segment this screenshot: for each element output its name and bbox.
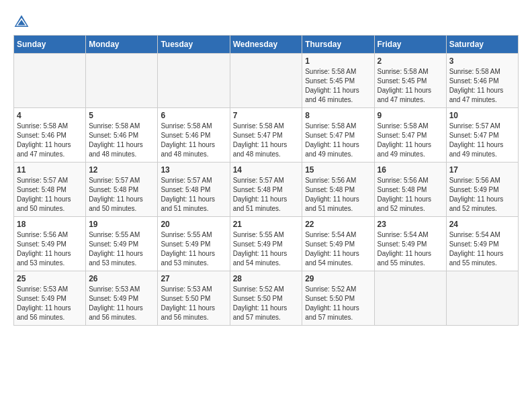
day-info: Sunrise: 5:52 AM Sunset: 5:50 PM Dayligh… [305, 285, 371, 322]
calendar-cell [230, 54, 302, 108]
day-info: Sunrise: 5:58 AM Sunset: 5:46 PM Dayligh… [89, 122, 154, 159]
calendar-cell [14, 54, 86, 108]
calendar-table: SundayMondayTuesdayWednesdayThursdayFrid… [13, 35, 519, 326]
calendar-cell [86, 54, 158, 108]
calendar-cell: 18Sunrise: 5:56 AM Sunset: 5:49 PM Dayli… [14, 217, 86, 271]
day-info: Sunrise: 5:56 AM Sunset: 5:49 PM Dayligh… [449, 176, 515, 214]
calendar-cell [158, 54, 230, 108]
day-number: 21 [233, 220, 300, 229]
calendar-cell: 2Sunrise: 5:58 AM Sunset: 5:45 PM Daylig… [374, 54, 446, 108]
day-info: Sunrise: 5:53 AM Sunset: 5:50 PM Dayligh… [161, 285, 226, 322]
day-number: 18 [17, 220, 83, 229]
page-header [13, 13, 519, 30]
weekday-header: Tuesday [158, 36, 230, 54]
calendar-cell: 19Sunrise: 5:55 AM Sunset: 5:49 PM Dayli… [86, 217, 158, 271]
calendar-cell: 13Sunrise: 5:57 AM Sunset: 5:48 PM Dayli… [158, 163, 230, 217]
day-info: Sunrise: 5:53 AM Sunset: 5:49 PM Dayligh… [17, 285, 83, 322]
day-number: 10 [449, 111, 515, 120]
day-info: Sunrise: 5:56 AM Sunset: 5:49 PM Dayligh… [17, 230, 83, 268]
logo-icon [13, 13, 30, 30]
calendar-cell: 7Sunrise: 5:58 AM Sunset: 5:47 PM Daylig… [230, 108, 302, 163]
calendar-cell: 14Sunrise: 5:57 AM Sunset: 5:48 PM Dayli… [230, 163, 302, 217]
day-number: 9 [378, 111, 443, 120]
calendar-cell: 8Sunrise: 5:58 AM Sunset: 5:47 PM Daylig… [302, 108, 374, 163]
day-number: 12 [89, 165, 154, 175]
weekday-header: Friday [374, 36, 446, 54]
calendar-cell: 15Sunrise: 5:56 AM Sunset: 5:48 PM Dayli… [302, 163, 374, 217]
day-info: Sunrise: 5:57 AM Sunset: 5:48 PM Dayligh… [89, 176, 154, 214]
day-info: Sunrise: 5:58 AM Sunset: 5:46 PM Dayligh… [449, 67, 515, 105]
day-info: Sunrise: 5:58 AM Sunset: 5:45 PM Dayligh… [378, 67, 443, 105]
day-info: Sunrise: 5:58 AM Sunset: 5:45 PM Dayligh… [305, 67, 371, 105]
calendar-week-row: 1Sunrise: 5:58 AM Sunset: 5:45 PM Daylig… [14, 54, 519, 108]
day-number: 6 [161, 111, 226, 120]
day-number: 14 [233, 165, 300, 175]
calendar-cell: 17Sunrise: 5:56 AM Sunset: 5:49 PM Dayli… [446, 163, 518, 217]
day-info: Sunrise: 5:54 AM Sunset: 5:49 PM Dayligh… [449, 230, 515, 268]
day-info: Sunrise: 5:54 AM Sunset: 5:49 PM Dayligh… [305, 230, 371, 268]
calendar-cell: 11Sunrise: 5:57 AM Sunset: 5:48 PM Dayli… [14, 163, 86, 217]
day-number: 17 [449, 165, 515, 175]
calendar-cell: 20Sunrise: 5:55 AM Sunset: 5:49 PM Dayli… [158, 217, 230, 271]
day-number: 1 [305, 56, 371, 66]
day-info: Sunrise: 5:55 AM Sunset: 5:49 PM Dayligh… [233, 230, 300, 268]
calendar-cell: 16Sunrise: 5:56 AM Sunset: 5:48 PM Dayli… [374, 163, 446, 217]
calendar-cell: 5Sunrise: 5:58 AM Sunset: 5:46 PM Daylig… [86, 108, 158, 163]
day-info: Sunrise: 5:57 AM Sunset: 5:48 PM Dayligh… [233, 176, 300, 214]
calendar-header-row: SundayMondayTuesdayWednesdayThursdayFrid… [14, 36, 519, 54]
day-info: Sunrise: 5:58 AM Sunset: 5:47 PM Dayligh… [378, 122, 443, 159]
calendar-cell: 28Sunrise: 5:52 AM Sunset: 5:50 PM Dayli… [230, 271, 302, 326]
day-number: 4 [17, 111, 83, 120]
day-info: Sunrise: 5:57 AM Sunset: 5:47 PM Dayligh… [449, 122, 515, 159]
calendar-cell: 27Sunrise: 5:53 AM Sunset: 5:50 PM Dayli… [158, 271, 230, 326]
calendar-cell: 23Sunrise: 5:54 AM Sunset: 5:49 PM Dayli… [374, 217, 446, 271]
calendar-cell [374, 271, 446, 326]
day-info: Sunrise: 5:54 AM Sunset: 5:49 PM Dayligh… [378, 230, 443, 268]
calendar-cell: 12Sunrise: 5:57 AM Sunset: 5:48 PM Dayli… [86, 163, 158, 217]
calendar-cell: 1Sunrise: 5:58 AM Sunset: 5:45 PM Daylig… [302, 54, 374, 108]
day-number: 3 [449, 56, 515, 66]
day-number: 26 [89, 274, 154, 283]
calendar-week-row: 25Sunrise: 5:53 AM Sunset: 5:49 PM Dayli… [14, 271, 519, 326]
day-number: 16 [378, 165, 443, 175]
day-number: 22 [305, 220, 371, 229]
calendar-cell: 26Sunrise: 5:53 AM Sunset: 5:49 PM Dayli… [86, 271, 158, 326]
calendar-cell: 22Sunrise: 5:54 AM Sunset: 5:49 PM Dayli… [302, 217, 374, 271]
day-info: Sunrise: 5:57 AM Sunset: 5:48 PM Dayligh… [161, 176, 226, 214]
calendar-cell: 10Sunrise: 5:57 AM Sunset: 5:47 PM Dayli… [446, 108, 518, 163]
day-info: Sunrise: 5:52 AM Sunset: 5:50 PM Dayligh… [233, 285, 300, 322]
day-number: 15 [305, 165, 371, 175]
calendar-cell: 6Sunrise: 5:58 AM Sunset: 5:46 PM Daylig… [158, 108, 230, 163]
calendar-cell: 3Sunrise: 5:58 AM Sunset: 5:46 PM Daylig… [446, 54, 518, 108]
day-number: 27 [161, 274, 226, 283]
logo [13, 13, 32, 30]
day-number: 11 [17, 165, 83, 175]
day-number: 5 [89, 111, 154, 120]
day-info: Sunrise: 5:58 AM Sunset: 5:46 PM Dayligh… [17, 122, 83, 159]
calendar-week-row: 11Sunrise: 5:57 AM Sunset: 5:48 PM Dayli… [14, 163, 519, 217]
calendar-cell: 24Sunrise: 5:54 AM Sunset: 5:49 PM Dayli… [446, 217, 518, 271]
day-number: 23 [378, 220, 443, 229]
weekday-header: Sunday [14, 36, 86, 54]
weekday-header: Saturday [446, 36, 518, 54]
day-number: 24 [449, 220, 515, 229]
day-number: 8 [305, 111, 371, 120]
day-info: Sunrise: 5:56 AM Sunset: 5:48 PM Dayligh… [305, 176, 371, 214]
day-number: 13 [161, 165, 226, 175]
day-number: 25 [17, 274, 83, 283]
day-info: Sunrise: 5:55 AM Sunset: 5:49 PM Dayligh… [89, 230, 154, 268]
day-number: 29 [305, 274, 371, 283]
day-info: Sunrise: 5:56 AM Sunset: 5:48 PM Dayligh… [378, 176, 443, 214]
calendar-week-row: 18Sunrise: 5:56 AM Sunset: 5:49 PM Dayli… [14, 217, 519, 271]
calendar-cell: 21Sunrise: 5:55 AM Sunset: 5:49 PM Dayli… [230, 217, 302, 271]
calendar-cell [446, 271, 518, 326]
day-info: Sunrise: 5:53 AM Sunset: 5:49 PM Dayligh… [89, 285, 154, 322]
day-info: Sunrise: 5:58 AM Sunset: 5:47 PM Dayligh… [305, 122, 371, 159]
calendar-cell: 29Sunrise: 5:52 AM Sunset: 5:50 PM Dayli… [302, 271, 374, 326]
weekday-header: Wednesday [230, 36, 302, 54]
day-info: Sunrise: 5:55 AM Sunset: 5:49 PM Dayligh… [161, 230, 226, 268]
calendar-cell: 4Sunrise: 5:58 AM Sunset: 5:46 PM Daylig… [14, 108, 86, 163]
weekday-header: Thursday [302, 36, 374, 54]
day-number: 20 [161, 220, 226, 229]
calendar-cell: 25Sunrise: 5:53 AM Sunset: 5:49 PM Dayli… [14, 271, 86, 326]
